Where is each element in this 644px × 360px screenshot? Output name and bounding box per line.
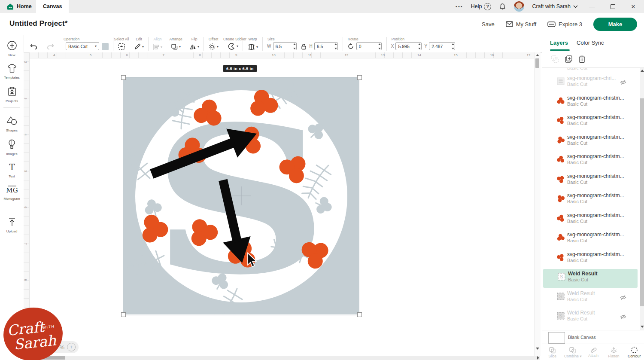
flatten-button[interactable]: Flatten	[604, 344, 624, 360]
canvas-vertical-scrollbar[interactable]	[534, 52, 541, 356]
tab-home[interactable]: Home	[0, 0, 39, 13]
tab-canvas[interactable]: Canvas	[36, 0, 69, 13]
rotate-input[interactable]	[356, 42, 382, 50]
svg-text:S: S	[559, 313, 562, 319]
layers-scrollbar[interactable]	[640, 68, 644, 330]
arrange-button[interactable]: ▾	[171, 43, 181, 50]
layers-scroll-thumb[interactable]	[640, 98, 644, 306]
selection-handle-bottom-right[interactable]	[357, 312, 362, 317]
new-icon	[7, 40, 17, 51]
canvas-horizontal-scrollbar[interactable]	[29, 356, 540, 360]
position-y-input[interactable]	[429, 42, 455, 50]
sidebar-item-upload[interactable]: Upload	[0, 217, 24, 233]
width-input[interactable]	[273, 42, 297, 50]
position-x-input[interactable]	[395, 42, 422, 50]
offset-button[interactable]: ▾	[208, 43, 219, 50]
sidebar-item-templates[interactable]: Templates	[0, 64, 24, 79]
maximize-button[interactable]	[606, 0, 619, 13]
warp-button[interactable]: ▾	[247, 44, 258, 50]
layer-row[interactable]: svg-monogram-christm...Basic Cut	[542, 132, 638, 151]
contour-button[interactable]: Contour	[624, 344, 644, 360]
attach-button[interactable]: Attach	[583, 344, 604, 360]
rotate-icon[interactable]	[347, 43, 354, 50]
sidebar-item-images[interactable]: Images	[0, 139, 24, 156]
vertical-scroll-thumb[interactable]	[535, 58, 539, 68]
selection-handle-top-right[interactable]	[357, 75, 362, 80]
create-sticker-button[interactable]: ▾	[228, 43, 238, 50]
scroll-up-icon[interactable]	[536, 54, 539, 56]
blank-canvas-swatch[interactable]	[548, 332, 565, 344]
layer-row[interactable]: svg-monogram-christm...Basic Cut	[542, 113, 638, 131]
hidden-eye-icon[interactable]	[620, 79, 626, 87]
layer-row[interactable]: svg-monogram-christm...Basic Cut	[542, 250, 638, 268]
blank-canvas-row[interactable]: Blank Canvas	[542, 330, 644, 344]
edit-button[interactable]: ▾	[134, 43, 144, 50]
home-icon	[7, 3, 14, 10]
project-bar: Untitled Project* Save My Stuff Explore …	[0, 13, 644, 35]
explore-machine-button[interactable]: Explore 3	[547, 21, 582, 27]
undo-button[interactable]	[30, 43, 38, 50]
width-prefix: W	[267, 44, 271, 49]
overflow-menu-icon[interactable]: •••	[456, 4, 463, 9]
berry-layer-icon	[557, 97, 565, 105]
operation-select[interactable]: Basic Cut ▾	[66, 42, 99, 50]
layers-scroll-up-icon[interactable]	[641, 70, 644, 72]
layer-operation: Basic Cut	[567, 258, 587, 263]
layer-row[interactable]: SWeld ResultBasic Cut	[542, 289, 638, 308]
layer-row[interactable]: svg-monogram-christm...Basic Cut	[542, 191, 638, 210]
height-input[interactable]	[314, 42, 338, 50]
close-button[interactable]: ✕	[627, 0, 640, 13]
flip-button[interactable]: ▾	[189, 43, 199, 50]
monogram-design[interactable]: S	[123, 77, 359, 314]
ruler-tick-label: 16	[490, 53, 494, 57]
group-button[interactable]	[551, 55, 559, 65]
layer-row[interactable]: svg-monogram-christm...Basic Cut	[542, 171, 638, 190]
zoom-in-icon[interactable]: +	[67, 343, 76, 351]
bell-icon[interactable]	[499, 3, 506, 10]
layer-row[interactable]: svg-monogram-christm...Basic Cut	[542, 211, 638, 229]
shapes-icon	[6, 116, 18, 126]
duplicate-button[interactable]	[565, 55, 573, 65]
attach-label: Attach	[588, 354, 598, 358]
ruler-tick-label: 15	[454, 53, 458, 57]
sidebar-item-text[interactable]: T Text	[0, 162, 24, 178]
sidebar-item-monogram[interactable]: MG Monogram	[0, 185, 24, 201]
sidebar-item-projects[interactable]: Projects	[0, 87, 24, 103]
select-all-button[interactable]	[118, 43, 125, 50]
save-button[interactable]: Save	[482, 21, 495, 27]
layers-scroll-down-icon[interactable]	[641, 326, 644, 328]
avatar[interactable]	[514, 1, 524, 12]
account-menu[interactable]: Craft with Sarah	[532, 3, 578, 9]
hidden-eye-icon[interactable]	[620, 294, 626, 302]
ruler-tick-label: 8	[199, 53, 200, 57]
align-button[interactable]: ▾	[153, 44, 162, 50]
layer-row[interactable]: svg-monogram-christm...Basic Cut	[542, 230, 638, 249]
help-menu[interactable]: Help ?	[471, 3, 492, 10]
machine-icon	[547, 21, 556, 27]
sidebar-item-new[interactable]: New	[0, 40, 24, 57]
redo-button[interactable]	[46, 43, 55, 50]
layer-row[interactable]: SWeld ResultBasic Cut	[542, 308, 638, 327]
selection-handle-top-left[interactable]	[121, 75, 126, 80]
combine-button[interactable]: Combine ▾	[563, 344, 583, 360]
slice-button[interactable]: Slice	[542, 344, 563, 360]
contour-label: Contour	[628, 354, 641, 358]
sidebar-item-shapes[interactable]: Shapes	[0, 116, 24, 132]
layer-row[interactable]: svg-monogram-christm...Basic Cut	[542, 93, 638, 112]
hidden-eye-icon[interactable]	[620, 314, 626, 321]
minimize-button[interactable]: —	[586, 0, 598, 13]
lock-icon[interactable]	[301, 43, 307, 50]
layer-row[interactable]: SWeld ResultBasic Cut	[543, 269, 638, 288]
color-swatch[interactable]	[102, 43, 109, 50]
ruler-tick-label: 17	[526, 53, 530, 57]
layer-row[interactable]: svg-monogram-chri...Basic Cut	[542, 73, 638, 92]
scroll-right-icon[interactable]	[537, 356, 539, 360]
tab-color-sync[interactable]: Color Sync	[577, 40, 604, 46]
selection-handle-bottom-left[interactable]	[121, 312, 126, 317]
delete-button[interactable]	[578, 55, 586, 65]
layer-row[interactable]: svg-monogram-christm...Basic Cut	[542, 152, 638, 171]
make-button[interactable]: Make	[593, 18, 637, 31]
tab-layers[interactable]: Layers	[550, 40, 568, 46]
scroll-down-icon[interactable]	[536, 348, 539, 350]
my-stuff-button[interactable]: My Stuff	[506, 21, 536, 27]
